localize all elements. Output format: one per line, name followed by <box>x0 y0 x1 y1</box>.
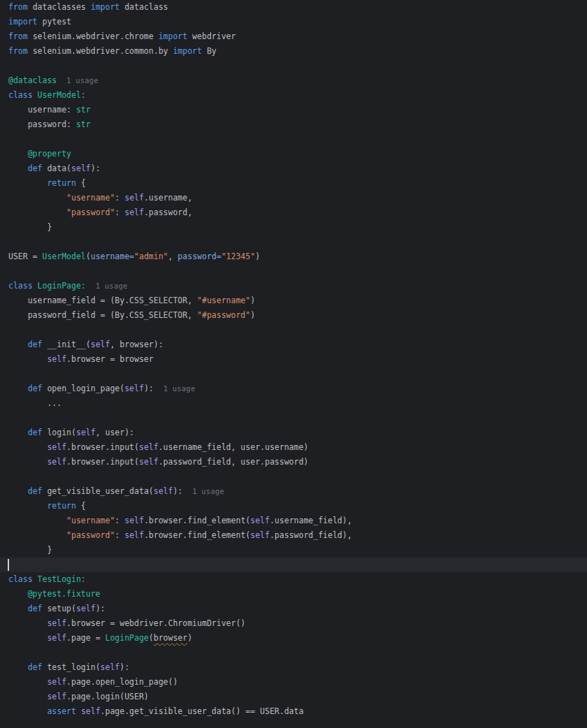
named-arg-token: password= <box>177 252 221 261</box>
code-line[interactable] <box>0 367 587 381</box>
code-token <box>8 354 47 364</box>
code-token: ): <box>119 662 129 672</box>
string-token: "username" <box>66 516 115 525</box>
code-token: username_field = (By.CSS_SELECTOR, <box>8 296 197 305</box>
python-code-editor[interactable]: from dataclasses import dataclassimport … <box>0 0 587 728</box>
classname-token: @property <box>8 149 71 159</box>
code-token: setup( <box>42 604 75 613</box>
code-line[interactable]: self.browser.input(self.username_field, … <box>0 440 587 455</box>
code-line[interactable]: self.browser = browser <box>0 352 587 367</box>
keyword-token: def <box>28 384 43 393</box>
code-line[interactable]: password_field = (By.CSS_SELECTOR, "#pas… <box>0 308 587 323</box>
code-token: .page = <box>66 633 105 643</box>
code-line[interactable]: "username": self.username, <box>0 191 587 205</box>
usages-inlay-hint[interactable]: 1 usage <box>66 76 99 85</box>
code-line[interactable]: from dataclasses import dataclass <box>0 0 587 15</box>
code-line[interactable] <box>0 646 587 660</box>
code-token <box>8 208 66 217</box>
warning-underlined-token: browser <box>154 633 187 643</box>
classname-token: LoginPage <box>105 633 148 643</box>
classname-token: str <box>76 105 91 115</box>
keyword-token: def <box>28 340 43 349</box>
code-token: ): <box>173 486 182 496</box>
keyword-token: def <box>28 163 43 173</box>
keyword-token: assert <box>47 706 76 716</box>
code-line[interactable]: from selenium.webdriver.common.by import… <box>0 44 587 59</box>
code-line[interactable]: password: str <box>0 117 587 132</box>
code-line[interactable] <box>0 558 587 572</box>
string-token: "username" <box>66 193 115 203</box>
code-line[interactable]: return { <box>0 176 587 191</box>
code-line[interactable]: "password": self.password, <box>0 205 587 220</box>
usages-inlay-hint[interactable]: 1 usage <box>164 384 196 393</box>
usages-inlay-hint[interactable]: 1 usage <box>96 282 128 290</box>
code-line[interactable]: return { <box>0 499 587 514</box>
code-line[interactable]: } <box>0 543 587 558</box>
code-line[interactable]: def data(self): <box>0 161 587 176</box>
code-line[interactable]: def get_visible_user_data(self):1 usage <box>0 484 587 499</box>
code-line[interactable]: assert self.page.get_visible_user_data()… <box>0 704 587 719</box>
code-line[interactable]: def login(self, user): <box>0 425 587 440</box>
code-token: .password_field), <box>270 530 352 540</box>
string-token: "password" <box>66 208 115 217</box>
code-token: .browser.input( <box>66 442 139 452</box>
code-line[interactable]: from selenium.webdriver.chrome import we… <box>0 29 587 44</box>
usages-inlay-hint[interactable]: 1 usage <box>192 487 224 495</box>
code-line[interactable]: USER = UserModel(username="admin", passw… <box>0 249 587 264</box>
code-line[interactable]: class TestLogin: <box>0 572 587 587</box>
code-line[interactable] <box>0 469 587 484</box>
code-token: password_field = (By.CSS_SELECTOR, <box>8 310 197 320</box>
code-line[interactable]: self.browser.input(self.password_field, … <box>0 455 587 469</box>
code-line[interactable]: @pytest.fixture <box>0 587 587 602</box>
code-token: { <box>76 178 86 188</box>
code-token: USER = <box>8 252 42 261</box>
code-line[interactable]: def setup(self): <box>0 602 587 616</box>
code-token: test_login( <box>42 662 100 672</box>
code-token: { <box>76 501 86 511</box>
code-line[interactable]: } <box>0 220 587 235</box>
code-line[interactable]: self.page.open_login_page() <box>0 675 587 690</box>
code-line[interactable] <box>0 411 587 425</box>
self-token: self <box>124 208 144 217</box>
code-line[interactable]: @dataclass1 usage <box>0 73 587 88</box>
self-token: self <box>139 457 159 467</box>
code-token: ... <box>8 398 61 408</box>
code-line[interactable]: username: str <box>0 103 587 117</box>
code-token: ): <box>144 384 154 393</box>
code-token: ) <box>250 296 255 305</box>
code-line[interactable]: "username": self.browser.find_element(se… <box>0 514 587 528</box>
self-token: self <box>47 442 66 452</box>
code-line[interactable] <box>0 235 587 249</box>
code-line[interactable]: class LoginPage:1 usage <box>0 279 587 293</box>
code-line[interactable] <box>0 264 587 279</box>
code-line[interactable]: import pytest <box>0 15 587 29</box>
code-line[interactable]: def open_login_page(self):1 usage <box>0 381 587 396</box>
code-line[interactable] <box>0 323 587 337</box>
code-line[interactable]: class UserModel: <box>0 88 587 103</box>
classname-token: @pytest.fixture <box>8 589 101 599</box>
self-token: self <box>47 457 66 467</box>
string-token: "12345" <box>222 252 255 261</box>
code-token: get_visible_user_data( <box>42 486 153 496</box>
self-token: self <box>76 604 96 613</box>
code-line[interactable]: self.page.login(USER) <box>0 690 587 704</box>
self-token: self <box>76 428 96 437</box>
code-line[interactable]: def test_login(self): <box>0 660 587 675</box>
code-token <box>8 486 28 496</box>
code-line[interactable]: self.page = LoginPage(browser) <box>0 631 587 646</box>
code-line[interactable] <box>0 132 587 147</box>
code-token <box>8 442 47 452</box>
keyword-token: def <box>28 428 43 437</box>
code-line[interactable] <box>0 59 587 73</box>
code-line[interactable]: username_field = (By.CSS_SELECTOR, "#use… <box>0 293 587 308</box>
code-line[interactable]: self.browser = webdriver.ChromiumDriver(… <box>0 616 587 631</box>
string-token: "admin" <box>134 252 168 261</box>
code-line[interactable]: @property <box>0 147 587 161</box>
code-token <box>8 618 47 628</box>
code-token: .page.open_login_page() <box>66 677 177 687</box>
code-line[interactable]: "password": self.browser.find_element(se… <box>0 528 587 543</box>
code-line[interactable]: ... <box>0 396 587 411</box>
code-line[interactable]: def __init__(self, browser): <box>0 337 587 352</box>
code-token: } <box>8 222 52 232</box>
self-token: self <box>47 692 66 701</box>
